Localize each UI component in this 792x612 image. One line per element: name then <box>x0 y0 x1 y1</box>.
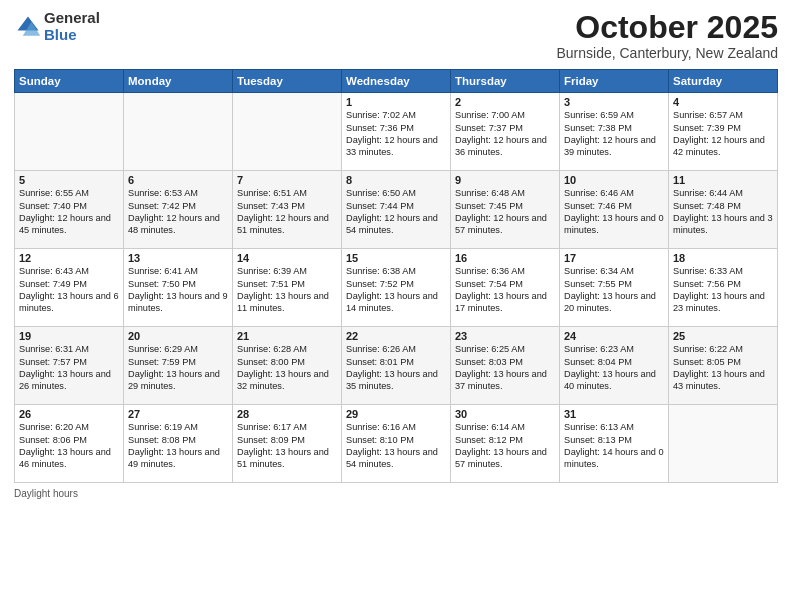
cell-content: Sunrise: 6:16 AM Sunset: 8:10 PM Dayligh… <box>346 421 446 471</box>
day-number: 16 <box>455 252 555 264</box>
calendar-cell: 4Sunrise: 6:57 AM Sunset: 7:39 PM Daylig… <box>669 93 778 171</box>
day-number: 6 <box>128 174 228 186</box>
day-number: 2 <box>455 96 555 108</box>
col-header-friday: Friday <box>560 70 669 93</box>
week-row-4: 19Sunrise: 6:31 AM Sunset: 7:57 PM Dayli… <box>15 327 778 405</box>
day-number: 26 <box>19 408 119 420</box>
calendar-cell: 5Sunrise: 6:55 AM Sunset: 7:40 PM Daylig… <box>15 171 124 249</box>
calendar-cell: 9Sunrise: 6:48 AM Sunset: 7:45 PM Daylig… <box>451 171 560 249</box>
calendar-cell: 30Sunrise: 6:14 AM Sunset: 8:12 PM Dayli… <box>451 405 560 483</box>
cell-content: Sunrise: 6:51 AM Sunset: 7:43 PM Dayligh… <box>237 187 337 237</box>
calendar-cell: 25Sunrise: 6:22 AM Sunset: 8:05 PM Dayli… <box>669 327 778 405</box>
day-number: 14 <box>237 252 337 264</box>
calendar-cell: 26Sunrise: 6:20 AM Sunset: 8:06 PM Dayli… <box>15 405 124 483</box>
calendar-cell: 23Sunrise: 6:25 AM Sunset: 8:03 PM Dayli… <box>451 327 560 405</box>
cell-content: Sunrise: 6:17 AM Sunset: 8:09 PM Dayligh… <box>237 421 337 471</box>
header-row: SundayMondayTuesdayWednesdayThursdayFrid… <box>15 70 778 93</box>
calendar-table: SundayMondayTuesdayWednesdayThursdayFrid… <box>14 69 778 483</box>
calendar-cell <box>15 93 124 171</box>
calendar-cell: 28Sunrise: 6:17 AM Sunset: 8:09 PM Dayli… <box>233 405 342 483</box>
week-row-2: 5Sunrise: 6:55 AM Sunset: 7:40 PM Daylig… <box>15 171 778 249</box>
calendar-cell: 12Sunrise: 6:43 AM Sunset: 7:49 PM Dayli… <box>15 249 124 327</box>
day-number: 11 <box>673 174 773 186</box>
cell-content: Sunrise: 6:39 AM Sunset: 7:51 PM Dayligh… <box>237 265 337 315</box>
calendar-cell <box>669 405 778 483</box>
page: General Blue October 2025 Burnside, Cant… <box>0 0 792 612</box>
subtitle: Burnside, Canterbury, New Zealand <box>556 45 778 61</box>
logo: General Blue <box>14 10 100 43</box>
cell-content: Sunrise: 7:00 AM Sunset: 7:37 PM Dayligh… <box>455 109 555 159</box>
cell-content: Sunrise: 6:53 AM Sunset: 7:42 PM Dayligh… <box>128 187 228 237</box>
cell-content: Sunrise: 6:31 AM Sunset: 7:57 PM Dayligh… <box>19 343 119 393</box>
calendar-cell: 3Sunrise: 6:59 AM Sunset: 7:38 PM Daylig… <box>560 93 669 171</box>
day-number: 25 <box>673 330 773 342</box>
cell-content: Sunrise: 6:13 AM Sunset: 8:13 PM Dayligh… <box>564 421 664 471</box>
day-number: 9 <box>455 174 555 186</box>
cell-content: Sunrise: 7:02 AM Sunset: 7:36 PM Dayligh… <box>346 109 446 159</box>
week-row-1: 1Sunrise: 7:02 AM Sunset: 7:36 PM Daylig… <box>15 93 778 171</box>
cell-content: Sunrise: 6:22 AM Sunset: 8:05 PM Dayligh… <box>673 343 773 393</box>
col-header-tuesday: Tuesday <box>233 70 342 93</box>
week-row-5: 26Sunrise: 6:20 AM Sunset: 8:06 PM Dayli… <box>15 405 778 483</box>
calendar-cell: 17Sunrise: 6:34 AM Sunset: 7:55 PM Dayli… <box>560 249 669 327</box>
week-row-3: 12Sunrise: 6:43 AM Sunset: 7:49 PM Dayli… <box>15 249 778 327</box>
logo-general-text: General <box>44 10 100 27</box>
cell-content: Sunrise: 6:26 AM Sunset: 8:01 PM Dayligh… <box>346 343 446 393</box>
calendar-cell: 11Sunrise: 6:44 AM Sunset: 7:48 PM Dayli… <box>669 171 778 249</box>
cell-content: Sunrise: 6:48 AM Sunset: 7:45 PM Dayligh… <box>455 187 555 237</box>
cell-content: Sunrise: 6:59 AM Sunset: 7:38 PM Dayligh… <box>564 109 664 159</box>
calendar-cell: 22Sunrise: 6:26 AM Sunset: 8:01 PM Dayli… <box>342 327 451 405</box>
footer-text: Daylight hours <box>14 488 78 499</box>
cell-content: Sunrise: 6:36 AM Sunset: 7:54 PM Dayligh… <box>455 265 555 315</box>
calendar-cell: 7Sunrise: 6:51 AM Sunset: 7:43 PM Daylig… <box>233 171 342 249</box>
day-number: 7 <box>237 174 337 186</box>
day-number: 10 <box>564 174 664 186</box>
day-number: 13 <box>128 252 228 264</box>
cell-content: Sunrise: 6:34 AM Sunset: 7:55 PM Dayligh… <box>564 265 664 315</box>
day-number: 30 <box>455 408 555 420</box>
calendar-cell: 10Sunrise: 6:46 AM Sunset: 7:46 PM Dayli… <box>560 171 669 249</box>
calendar-cell: 18Sunrise: 6:33 AM Sunset: 7:56 PM Dayli… <box>669 249 778 327</box>
day-number: 31 <box>564 408 664 420</box>
day-number: 27 <box>128 408 228 420</box>
title-block: October 2025 Burnside, Canterbury, New Z… <box>556 10 778 61</box>
cell-content: Sunrise: 6:57 AM Sunset: 7:39 PM Dayligh… <box>673 109 773 159</box>
logo-text: General Blue <box>44 10 100 43</box>
logo-blue-text: Blue <box>44 27 100 44</box>
calendar-cell: 8Sunrise: 6:50 AM Sunset: 7:44 PM Daylig… <box>342 171 451 249</box>
col-header-thursday: Thursday <box>451 70 560 93</box>
day-number: 5 <box>19 174 119 186</box>
cell-content: Sunrise: 6:55 AM Sunset: 7:40 PM Dayligh… <box>19 187 119 237</box>
day-number: 24 <box>564 330 664 342</box>
calendar-cell: 21Sunrise: 6:28 AM Sunset: 8:00 PM Dayli… <box>233 327 342 405</box>
day-number: 20 <box>128 330 228 342</box>
cell-content: Sunrise: 6:50 AM Sunset: 7:44 PM Dayligh… <box>346 187 446 237</box>
day-number: 17 <box>564 252 664 264</box>
day-number: 8 <box>346 174 446 186</box>
calendar-cell: 20Sunrise: 6:29 AM Sunset: 7:59 PM Dayli… <box>124 327 233 405</box>
calendar-cell: 29Sunrise: 6:16 AM Sunset: 8:10 PM Dayli… <box>342 405 451 483</box>
calendar-cell: 14Sunrise: 6:39 AM Sunset: 7:51 PM Dayli… <box>233 249 342 327</box>
calendar-cell: 16Sunrise: 6:36 AM Sunset: 7:54 PM Dayli… <box>451 249 560 327</box>
col-header-monday: Monday <box>124 70 233 93</box>
calendar-cell: 15Sunrise: 6:38 AM Sunset: 7:52 PM Dayli… <box>342 249 451 327</box>
day-number: 21 <box>237 330 337 342</box>
calendar-cell: 19Sunrise: 6:31 AM Sunset: 7:57 PM Dayli… <box>15 327 124 405</box>
calendar-cell: 1Sunrise: 7:02 AM Sunset: 7:36 PM Daylig… <box>342 93 451 171</box>
month-title: October 2025 <box>556 10 778 45</box>
cell-content: Sunrise: 6:46 AM Sunset: 7:46 PM Dayligh… <box>564 187 664 237</box>
cell-content: Sunrise: 6:14 AM Sunset: 8:12 PM Dayligh… <box>455 421 555 471</box>
cell-content: Sunrise: 6:20 AM Sunset: 8:06 PM Dayligh… <box>19 421 119 471</box>
logo-icon <box>14 13 42 41</box>
day-number: 22 <box>346 330 446 342</box>
calendar-cell: 24Sunrise: 6:23 AM Sunset: 8:04 PM Dayli… <box>560 327 669 405</box>
day-number: 15 <box>346 252 446 264</box>
calendar-cell: 31Sunrise: 6:13 AM Sunset: 8:13 PM Dayli… <box>560 405 669 483</box>
day-number: 28 <box>237 408 337 420</box>
day-number: 29 <box>346 408 446 420</box>
cell-content: Sunrise: 6:28 AM Sunset: 8:00 PM Dayligh… <box>237 343 337 393</box>
day-number: 19 <box>19 330 119 342</box>
cell-content: Sunrise: 6:43 AM Sunset: 7:49 PM Dayligh… <box>19 265 119 315</box>
calendar-cell: 2Sunrise: 7:00 AM Sunset: 7:37 PM Daylig… <box>451 93 560 171</box>
calendar-cell <box>233 93 342 171</box>
